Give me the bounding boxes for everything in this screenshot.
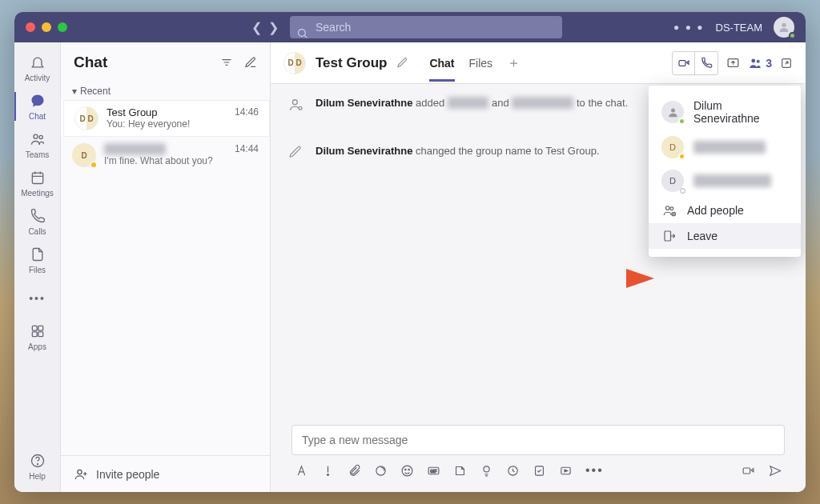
new-chat-icon[interactable] xyxy=(244,56,257,69)
schedule-icon[interactable] xyxy=(506,464,520,478)
video-call-icon[interactable] xyxy=(673,52,695,74)
annotation-arrow-icon xyxy=(530,261,658,296)
close-window-icon[interactable] xyxy=(26,22,35,32)
svg-point-41 xyxy=(671,108,675,112)
svg-line-1 xyxy=(304,35,307,38)
svg-point-42 xyxy=(666,206,670,210)
presence-away-icon xyxy=(90,161,98,169)
org-name[interactable]: DS-TEAM xyxy=(716,22,763,34)
rail-calls[interactable]: Calls xyxy=(14,202,60,241)
svg-point-2 xyxy=(782,23,786,27)
leave-icon xyxy=(661,229,677,243)
user-avatar-icon: D xyxy=(661,170,684,192)
svg-point-36 xyxy=(484,466,489,471)
rail-chat[interactable]: Chat xyxy=(14,87,60,126)
tab-chat[interactable]: Chat xyxy=(429,46,454,81)
tab-files[interactable]: Files xyxy=(469,46,493,81)
back-icon[interactable]: ❮ xyxy=(251,20,262,35)
svg-rect-21 xyxy=(679,60,685,66)
chat-item-time: 14:46 xyxy=(235,106,259,118)
file-icon xyxy=(29,246,46,263)
participants-button[interactable]: 3 xyxy=(748,56,772,70)
svg-point-0 xyxy=(299,30,306,37)
group-avatar-icon: D D xyxy=(74,106,98,130)
profile-avatar[interactable] xyxy=(774,17,794,38)
chat-list-item[interactable]: D Name Name 14:44 I'm fine. What about y… xyxy=(61,137,270,174)
loop-icon[interactable] xyxy=(374,464,388,478)
chat-list-title: Chat xyxy=(74,54,107,71)
add-tab-icon[interactable]: ＋ xyxy=(507,54,521,72)
chat-header: D D Test Group Chat Files ＋ 3 xyxy=(271,42,806,84)
add-people-label: Add people xyxy=(687,204,744,217)
minimize-window-icon[interactable] xyxy=(42,22,51,32)
mac-traffic-lights xyxy=(14,22,67,32)
share-screen-icon[interactable] xyxy=(726,56,740,70)
maximize-window-icon[interactable] xyxy=(58,22,67,32)
rail-label: Calls xyxy=(28,227,46,236)
leave-button[interactable]: Leave xyxy=(649,223,801,249)
send-icon[interactable] xyxy=(768,464,782,478)
edit-name-icon[interactable] xyxy=(396,57,408,69)
chat-list-item[interactable]: D D Test Group 14:46 You: Hey everyone! xyxy=(61,100,270,137)
rail-files[interactable]: Files xyxy=(14,241,60,279)
stream-icon[interactable] xyxy=(559,464,573,478)
rail-activity[interactable]: Activity xyxy=(14,49,60,87)
popover-member[interactable]: D Name N Name xyxy=(649,164,801,198)
invite-people-button[interactable]: Invite people xyxy=(61,455,270,492)
popout-icon[interactable] xyxy=(780,57,793,70)
sticker-icon[interactable] xyxy=(453,464,467,478)
invite-label: Invite people xyxy=(96,468,159,481)
forward-icon[interactable]: ❯ xyxy=(268,20,279,35)
filter-icon[interactable] xyxy=(220,56,233,69)
popover-member[interactable]: Dilum Senevirathne xyxy=(649,94,801,130)
bulb-icon[interactable] xyxy=(480,464,493,478)
emoji-icon[interactable] xyxy=(400,464,414,478)
svg-point-14 xyxy=(37,464,38,465)
rail-label: Chat xyxy=(29,112,46,121)
participants-popover: Dilum Senevirathne D Name Name : D Name … xyxy=(649,86,801,257)
compose-box[interactable] xyxy=(291,425,785,455)
svg-point-23 xyxy=(752,58,756,62)
priority-icon[interactable] xyxy=(321,464,335,478)
format-icon[interactable] xyxy=(295,464,308,478)
rail-label: Activity xyxy=(25,74,50,82)
message-input[interactable] xyxy=(302,434,774,446)
apps-icon xyxy=(29,322,46,340)
rail-label: Help xyxy=(29,472,46,481)
presence-offline-icon xyxy=(680,188,685,194)
chevron-down-icon: ▾ xyxy=(72,86,77,97)
call-buttons xyxy=(672,51,718,75)
approval-icon[interactable] xyxy=(533,464,546,478)
user-avatar-icon: D xyxy=(661,136,684,158)
audio-call-icon[interactable] xyxy=(695,52,718,74)
chat-item-name: Name Name xyxy=(104,143,166,155)
search-field[interactable] xyxy=(290,16,562,38)
more-options-icon[interactable]: ● ● ● xyxy=(673,22,704,33)
rail-help[interactable]: Help xyxy=(14,447,60,486)
rail-meetings[interactable]: Meetings xyxy=(14,164,60,202)
more-actions-icon[interactable]: ••• xyxy=(585,463,604,478)
calendar-icon xyxy=(29,169,46,186)
rail-label: Teams xyxy=(26,150,49,159)
rail-more[interactable]: ••• xyxy=(14,279,60,318)
popover-member[interactable]: D Name Name : xyxy=(649,130,801,164)
group-avatar-icon: D D xyxy=(283,52,306,74)
svg-rect-45 xyxy=(665,231,671,241)
titlebar: ❮ ❯ ● ● ● DS-TEAM xyxy=(14,12,806,42)
gif-icon[interactable]: GIF xyxy=(427,464,440,478)
rail-teams[interactable]: Teams xyxy=(14,126,60,164)
group-title[interactable]: Test Group xyxy=(316,55,387,71)
svg-rect-9 xyxy=(32,326,37,330)
chat-item-time: 14:44 xyxy=(235,143,259,155)
svg-point-31 xyxy=(402,466,412,476)
presence-away-icon xyxy=(678,153,685,160)
compose-area: GIF ••• xyxy=(271,417,806,492)
svg-rect-5 xyxy=(32,173,42,183)
search-input[interactable] xyxy=(316,16,554,38)
add-people-button[interactable]: Add people xyxy=(649,198,801,223)
meet-now-icon[interactable] xyxy=(742,464,755,478)
rail-apps[interactable]: Apps xyxy=(14,318,60,356)
recent-header[interactable]: ▾ Recent xyxy=(61,82,270,100)
attach-icon[interactable] xyxy=(348,464,361,478)
svg-point-43 xyxy=(670,207,673,210)
